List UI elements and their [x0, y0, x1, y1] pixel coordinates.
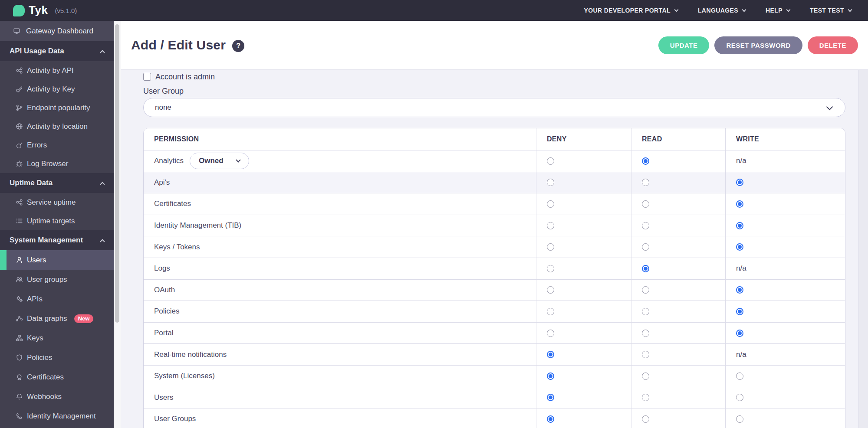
- radio-oauth-write[interactable]: [736, 286, 743, 294]
- bug-icon: [16, 160, 23, 167]
- table-row-real-time-notifications: Real-time notificationsn/a: [144, 343, 845, 365]
- permission-label: Portal: [154, 329, 173, 337]
- radio-user-groups-write[interactable]: [736, 415, 743, 423]
- topbar-menu-help[interactable]: HELP: [766, 7, 790, 14]
- radio-identity-management-tib-deny[interactable]: [547, 222, 554, 229]
- radio-portal-deny[interactable]: [547, 330, 554, 337]
- shield-icon: [16, 354, 23, 361]
- chevron-down-icon: [786, 7, 790, 12]
- radio-users-write[interactable]: [736, 394, 743, 401]
- radio-user-groups-deny[interactable]: [547, 415, 554, 423]
- sidebar-item-users[interactable]: Users: [0, 250, 114, 270]
- radio-policies-deny[interactable]: [547, 308, 554, 315]
- sidebar-item-data-graphs[interactable]: Data graphsNew: [0, 309, 114, 328]
- sidebar-item-log-browser[interactable]: Log Browser: [0, 154, 114, 173]
- help-icon[interactable]: ?: [232, 40, 244, 52]
- radio-policies-write[interactable]: [736, 308, 743, 315]
- user-icon: [16, 256, 23, 264]
- permission-label: Logs: [154, 264, 170, 273]
- account-is-admin-checkbox[interactable]: [143, 73, 151, 81]
- sidebar-item-user-groups[interactable]: User groups: [0, 270, 114, 289]
- chevron-down-icon: [848, 7, 852, 12]
- radio-certificates-read[interactable]: [642, 200, 649, 208]
- key-icon: [16, 85, 23, 93]
- analytics-scope-select[interactable]: Owned: [190, 153, 249, 169]
- delete-button[interactable]: DELETE: [808, 36, 858, 54]
- radio-keys-tokens-read[interactable]: [642, 243, 649, 251]
- permission-label: Real-time notifications: [154, 350, 227, 359]
- topbar-menu: YOUR DEVELOPER PORTALLANGUAGESHELPTEST T…: [584, 7, 852, 14]
- radio-portal-write[interactable]: [736, 330, 743, 337]
- radio-system-licenses-read[interactable]: [642, 372, 649, 380]
- radio-portal-read[interactable]: [642, 330, 649, 337]
- sidebar-item-keys[interactable]: Keys: [0, 328, 114, 348]
- radio-keys-tokens-write[interactable]: [736, 243, 743, 251]
- radio-identity-management-tib-read[interactable]: [642, 222, 649, 229]
- sidebar-scrollbar: [114, 21, 121, 428]
- sidebar-item-gateway-dashboard[interactable]: Gateway Dashboard: [0, 21, 114, 41]
- sidebar-item-endpoint-popularity[interactable]: Endpoint popularity: [0, 98, 114, 117]
- radio-keys-tokens-deny[interactable]: [547, 243, 554, 251]
- sidebar-item-certificates[interactable]: Certificates: [0, 367, 114, 387]
- radio-system-licenses-deny[interactable]: [547, 372, 554, 380]
- radio-api-s-deny[interactable]: [547, 179, 554, 186]
- content-scrollbar[interactable]: [858, 69, 868, 428]
- deny-cell: [536, 408, 631, 428]
- radio-certificates-deny[interactable]: [547, 200, 554, 208]
- sidebar-item-policies[interactable]: Policies: [0, 348, 114, 367]
- table-row-logs: Logsn/a: [144, 258, 845, 279]
- sidebar-section-uptime-data[interactable]: Uptime Data: [0, 173, 114, 193]
- column-header-permission: PERMISSION: [144, 128, 536, 150]
- sidebar-item-activity-by-api[interactable]: Activity by API: [0, 61, 114, 80]
- chevron-down-icon: [826, 104, 833, 111]
- tyk-dashboard-page: Tyk (v5.1.0) YOUR DEVELOPER PORTALLANGUA…: [0, 0, 868, 428]
- radio-logs-deny[interactable]: [547, 265, 554, 272]
- radio-api-s-read[interactable]: [642, 179, 649, 186]
- sidebar-item-apis[interactable]: APIs: [0, 289, 114, 309]
- sidebar-item-activity-by-location[interactable]: Activity by location: [0, 117, 114, 136]
- permission-cell: Portal: [144, 323, 536, 344]
- radio-certificates-write[interactable]: [736, 200, 743, 208]
- sidebar-item-label: Keys: [27, 334, 43, 343]
- radio-oauth-deny[interactable]: [547, 286, 554, 294]
- radio-logs-read[interactable]: [642, 265, 649, 272]
- radio-users-read[interactable]: [642, 394, 649, 401]
- reset-password-button[interactable]: RESET PASSWORD: [714, 36, 802, 54]
- sidebar-section-system-management[interactable]: System Management: [0, 230, 114, 250]
- sidebar-item-webhooks[interactable]: Webhooks: [0, 387, 114, 406]
- tyk-brand[interactable]: Tyk (v5.1.0): [13, 4, 77, 17]
- radio-identity-management-tib-write[interactable]: [736, 222, 743, 229]
- radio-oauth-read[interactable]: [642, 286, 649, 294]
- radio-users-deny[interactable]: [547, 394, 554, 401]
- topbar-menu-languages[interactable]: LANGUAGES: [698, 7, 746, 14]
- topbar-menu-your-developer-portal[interactable]: YOUR DEVELOPER PORTAL: [584, 7, 678, 14]
- write-cell: n/a: [725, 258, 845, 279]
- sidebar-item-label: Activity by API: [27, 66, 74, 75]
- radio-real-time-notifications-deny[interactable]: [547, 351, 554, 358]
- update-button[interactable]: UPDATE: [658, 36, 710, 54]
- sidebar-item-identity-management[interactable]: Identity Management: [0, 406, 114, 426]
- chevron-up-icon: [100, 239, 105, 244]
- sidebar-item-errors[interactable]: Errors: [0, 136, 114, 154]
- radio-user-groups-read[interactable]: [642, 415, 649, 423]
- account-is-admin-label: Account is admin: [155, 72, 215, 82]
- user-group-select[interactable]: none: [143, 98, 845, 117]
- topbar-menu-test-test[interactable]: TEST TEST: [810, 7, 852, 14]
- deny-cell: [536, 280, 631, 301]
- sidebar-item-activity-by-key[interactable]: Activity by Key: [0, 80, 114, 98]
- button-label: UPDATE: [670, 42, 698, 49]
- new-badge: New: [74, 314, 94, 323]
- radio-real-time-notifications-read[interactable]: [642, 351, 649, 358]
- radio-analytics-read[interactable]: [642, 157, 649, 165]
- radio-system-licenses-write[interactable]: [736, 372, 743, 380]
- radio-policies-read[interactable]: [642, 308, 649, 315]
- radio-analytics-deny[interactable]: [547, 157, 554, 165]
- main-pane: Add / Edit User ? UPDATERESET PASSWORDDE…: [121, 21, 868, 428]
- write-cell: [725, 301, 845, 322]
- sidebar-scrollbar-thumb[interactable]: [115, 24, 119, 323]
- sidebar-item-service-uptime[interactable]: Service uptime: [0, 193, 114, 212]
- sidebar-section-api-usage-data[interactable]: API Usage Data: [0, 41, 114, 61]
- radio-api-s-write[interactable]: [736, 179, 743, 186]
- permission-cell: Policies: [144, 301, 536, 322]
- sidebar-item-uptime-targets[interactable]: Uptime targets: [0, 212, 114, 230]
